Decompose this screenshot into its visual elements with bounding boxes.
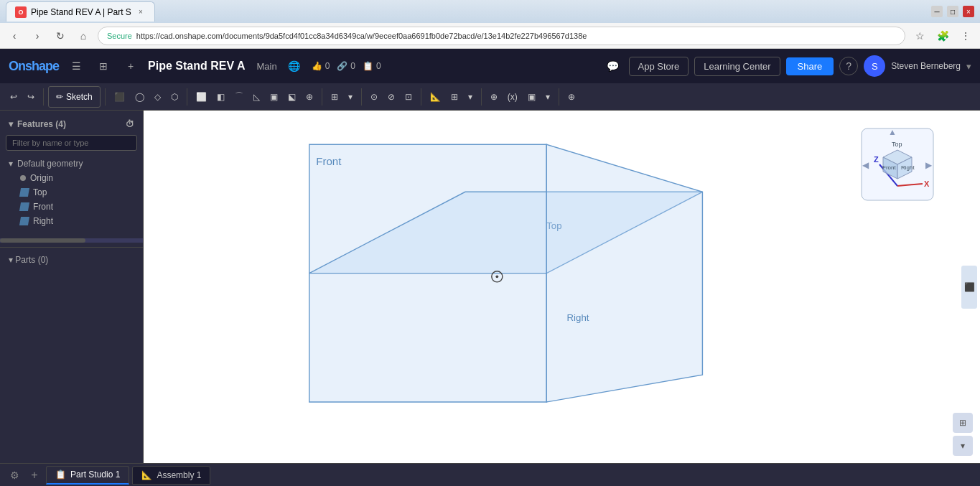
mate-connector-button[interactable]: ⊕ [486, 86, 502, 108]
mirror-button[interactable]: ◧ [213, 86, 229, 108]
toolbar-separator-2 [105, 88, 106, 106]
section-view-icon: ⊡ [405, 92, 412, 102]
thread-button[interactable]: ⊘ [383, 86, 399, 108]
features-label: Features (4) [17, 119, 66, 129]
svg-text:Right: Right [567, 312, 589, 323]
document-title: Pipe Stand REV A [148, 60, 245, 73]
menu-button[interactable]: ⋮ [957, 27, 974, 45]
right-plane-item[interactable]: Right [0, 214, 143, 228]
view-cube[interactable]: Z X Top Front Right ▲ ▶ ◀ [858, 125, 937, 204]
help-icon[interactable]: ? [839, 57, 858, 75]
view-options-button[interactable]: ⊞ [953, 413, 973, 433]
toolbar-separator-4 [322, 88, 322, 106]
boolean-button[interactable]: ⊕ [302, 86, 317, 108]
learning-center-button[interactable]: Learning Center [694, 57, 780, 76]
doc-count[interactable]: 📋 0 [363, 61, 381, 71]
features-header[interactable]: ▾ Features (4) ⏱ [0, 116, 143, 132]
hole-icon: ⊙ [370, 92, 378, 102]
hole-button[interactable]: ⊙ [366, 86, 382, 108]
bookmark-button[interactable]: ☆ [911, 27, 928, 45]
origin-item[interactable]: Origin [0, 171, 143, 185]
share-button[interactable]: Share [786, 57, 834, 75]
svg-text:Front: Front [316, 155, 342, 167]
parts-section[interactable]: ▾ Parts (0) [0, 251, 143, 269]
sweep-button[interactable]: ◇ [150, 86, 165, 108]
var-button[interactable]: (x) [503, 86, 522, 108]
zoom-button[interactable]: ▾ [953, 436, 973, 456]
viewport[interactable]: Front Top Right Z X [144, 111, 980, 463]
revolve-button[interactable]: ◯ [131, 86, 149, 108]
close-button[interactable]: × [963, 6, 974, 17]
plus-button[interactable]: ⊕ [564, 86, 579, 108]
mate-connector-icon: ⊕ [490, 92, 498, 102]
globe-icon[interactable]: 🌐 [284, 56, 304, 76]
svg-text:▶: ▶ [925, 160, 933, 170]
link-count[interactable]: 🔗 0 [337, 61, 355, 71]
default-geometry-label: Default geometry [17, 159, 83, 169]
measure-icon: 📐 [430, 92, 441, 102]
url-bar[interactable]: Secure https://cad.onshape.com/documents… [98, 27, 905, 45]
extrude-button[interactable]: ⬛ [110, 86, 129, 108]
toolbar-separator-3 [187, 88, 187, 106]
render-dropdown[interactable]: ▾ [541, 86, 554, 108]
browser-tab[interactable]: O Pipe Stand REV A | Part S × [6, 1, 155, 22]
default-geometry-group: ▾ Default geometry Origin Top Front [0, 154, 143, 231]
default-geometry-header[interactable]: ▾ Default geometry [0, 156, 143, 171]
address-bar: ‹ › ↻ ⌂ Secure https://cad.onshape.com/d… [0, 23, 980, 49]
shell-button[interactable]: ▣ [266, 86, 282, 108]
pattern-dropdown[interactable]: ▾ [344, 86, 357, 108]
add-tab-button[interactable]: + [26, 467, 43, 484]
reload-button[interactable]: ↻ [52, 27, 69, 45]
filter-icon-button[interactable]: ⊞ [93, 56, 113, 76]
chat-icon[interactable]: 💬 [603, 56, 623, 76]
top-plane-item[interactable]: Top [0, 185, 143, 200]
minimize-button[interactable]: ─ [931, 6, 943, 17]
pattern-button[interactable]: ⊞ [327, 86, 342, 108]
right-panel-toggle[interactable]: ⬛ [961, 266, 977, 309]
loft-button[interactable]: ⬡ [167, 86, 182, 108]
add-feature-button[interactable]: + [121, 56, 141, 76]
redo-button[interactable]: ↪ [23, 86, 39, 108]
like-count[interactable]: 👍 0 [312, 61, 330, 71]
render-icon: ▣ [528, 92, 536, 102]
tab-part-studio-1[interactable]: 📋 Part Studio 1 [46, 466, 129, 485]
sidebar-scrollbar[interactable] [0, 238, 143, 243]
plane-button[interactable]: ⬜ [192, 86, 211, 108]
fillet-button[interactable]: ⌒ [230, 86, 248, 108]
window-controls: ─ □ × [931, 6, 974, 17]
fillet-icon: ⌒ [235, 90, 243, 103]
filter-input[interactable] [6, 135, 137, 151]
onshape-logo[interactable]: Onshape [9, 59, 59, 74]
maximize-button[interactable]: □ [947, 6, 958, 17]
back-button[interactable]: ‹ [6, 27, 23, 45]
undo-button[interactable]: ↩ [6, 86, 22, 108]
right-plane-icon [19, 217, 29, 225]
front-plane-item[interactable]: Front [0, 200, 143, 214]
extensions-button[interactable]: 🧩 [934, 27, 951, 45]
display-btn[interactable]: ⊞ [447, 86, 462, 108]
user-name[interactable]: Steven Berneberg [891, 61, 961, 71]
measure-button[interactable]: 📐 [426, 86, 445, 108]
render-button[interactable]: ▣ [523, 86, 540, 108]
app-store-button[interactable]: App Store [629, 57, 689, 76]
boolean-icon: ⊕ [306, 92, 313, 102]
thread-icon: ⊘ [388, 92, 395, 102]
section-view-button[interactable]: ⊡ [401, 86, 416, 108]
tab-settings-button[interactable]: ⚙ [6, 467, 23, 484]
forward-button[interactable]: › [29, 27, 46, 45]
svg-point-7 [495, 275, 498, 278]
tab-close-button[interactable]: × [136, 7, 146, 17]
user-dropdown-icon[interactable]: ▾ [966, 61, 971, 72]
header-right-actions: 💬 App Store Learning Center Share ? S St… [603, 55, 972, 77]
draft-button[interactable]: ⬕ [284, 86, 300, 108]
hamburger-menu-button[interactable]: ☰ [66, 56, 86, 76]
extrude-icon: ⬛ [114, 92, 125, 102]
user-avatar[interactable]: S [864, 55, 885, 77]
features-collapse-icon: ▾ [9, 119, 13, 129]
tab-favicon: O [15, 6, 27, 18]
appear-btn[interactable]: ▾ [464, 86, 477, 108]
sketch-button[interactable]: ✏ Sketch [48, 86, 101, 108]
home-button[interactable]: ⌂ [75, 27, 92, 45]
chamfer-button[interactable]: ◺ [249, 86, 264, 108]
tab-assembly-1[interactable]: 📐 Assembly 1 [132, 466, 210, 485]
